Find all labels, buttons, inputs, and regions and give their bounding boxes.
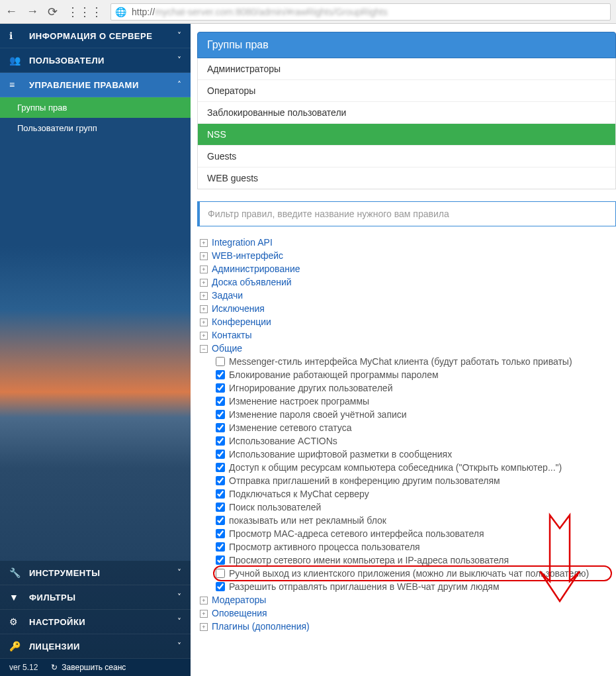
forward-icon[interactable]: →: [26, 5, 38, 19]
logout-icon: ↻: [51, 663, 58, 672]
sidebar-sub-item[interactable]: Группы прав: [0, 97, 191, 118]
tree-label[interactable]: Доска объявлений: [212, 277, 292, 287]
expand-icon[interactable]: +: [200, 292, 208, 300]
tree-label[interactable]: Плагины (дополнения): [212, 621, 310, 632]
rule-checkbox[interactable]: [216, 463, 225, 472]
expand-icon[interactable]: +: [200, 597, 208, 604]
tree-label[interactable]: Задачи: [212, 290, 243, 301]
nav-icon: 👥: [9, 55, 22, 66]
rule-label: Использование ACTIONs: [229, 436, 337, 446]
back-icon[interactable]: ←: [5, 5, 17, 19]
rule-checkbox[interactable]: [216, 516, 225, 525]
rule-row: Использование шрифтовой разметки в сообщ…: [216, 448, 609, 461]
group-item[interactable]: WEB guests: [198, 168, 615, 189]
url-text: mychat-server.com:8080/admin/#rawRights/…: [155, 7, 388, 17]
sidebar-sub-item[interactable]: Пользователи групп: [0, 118, 191, 138]
expand-icon[interactable]: +: [200, 610, 208, 618]
rule-row: Игнорирование других пользователей: [216, 381, 609, 395]
expand-icon[interactable]: +: [200, 239, 208, 247]
group-item[interactable]: NSS: [198, 124, 615, 146]
tree-label[interactable]: Контакты: [212, 330, 251, 340]
sidebar-item[interactable]: 🔑 ЛИЦЕНЗИИ ˅: [0, 634, 191, 659]
rule-checkbox[interactable]: [216, 397, 225, 406]
sidebar-item[interactable]: ≡ УПРАВЛЕНИЕ ПРАВАМИ ˄: [0, 73, 191, 97]
tree-label[interactable]: WEB-интерфейс: [212, 250, 283, 261]
group-item[interactable]: Администраторы: [198, 58, 615, 80]
rule-checkbox[interactable]: [216, 357, 225, 366]
apps-icon[interactable]: ⋮⋮⋮: [67, 5, 103, 19]
sidebar-item[interactable]: 🔧 ИНСТРУМЕНТЫ ˅: [0, 561, 191, 585]
nav-icon: 🔑: [9, 641, 22, 652]
group-item[interactable]: Операторы: [198, 80, 615, 102]
group-item[interactable]: Guests: [198, 146, 615, 168]
rule-row: Разрешить отправлять приглашения в WEB-ч…: [216, 580, 609, 593]
tree-label[interactable]: Integration API: [212, 237, 273, 248]
rule-label: Разрешить отправлять приглашения в WEB-ч…: [229, 581, 500, 592]
group-list: АдминистраторыОператорыЗаблокированные п…: [197, 58, 616, 189]
expand-icon[interactable]: +: [200, 305, 208, 313]
tree-label[interactable]: Конференции: [212, 316, 271, 327]
rules-tree: +Integration API+WEB-интерфейс+Администр…: [197, 236, 616, 633]
expand-icon[interactable]: +: [200, 318, 208, 326]
logout-link[interactable]: ↻ Завершить сеанс: [51, 663, 126, 672]
reload-icon[interactable]: ⟳: [48, 5, 58, 19]
rule-checkbox[interactable]: [216, 370, 225, 379]
sidebar-item[interactable]: ℹ ИНФОРМАЦИЯ О СЕРВЕРЕ ˅: [0, 24, 191, 48]
nav-label: ПОЛЬЗОВАТЕЛИ: [29, 56, 177, 66]
url-bar[interactable]: 🌐 http:// mychat-server.com:8080/admin/#…: [110, 3, 611, 21]
rule-row: Ручной выход из клиентского приложения (…: [216, 567, 609, 580]
tree-label[interactable]: Модераторы: [212, 595, 266, 605]
group-item[interactable]: Заблокированные пользователи: [198, 102, 615, 124]
sidebar-item[interactable]: ⚙ НАСТРОЙКИ ˅: [0, 610, 191, 634]
nav-label: НАСТРОЙКИ: [29, 617, 177, 627]
rule-label: Просмотр активного процесса пользователя: [229, 542, 420, 552]
chevron-icon: ˅: [177, 56, 181, 65]
footer: ver 5.12 ↻ Завершить сеанс: [0, 659, 191, 676]
tree-label[interactable]: Общие: [212, 343, 242, 354]
filter-box: [197, 201, 616, 226]
rule-checkbox[interactable]: [216, 529, 225, 538]
nav-label: ИНСТРУМЕНТЫ: [29, 568, 177, 578]
rule-checkbox[interactable]: [216, 542, 225, 552]
nav-label: ИНФОРМАЦИЯ О СЕРВЕРЕ: [29, 31, 177, 41]
rule-checkbox[interactable]: [216, 503, 225, 512]
expand-icon[interactable]: +: [200, 252, 208, 260]
sidebar-item[interactable]: 👥 ПОЛЬЗОВАТЕЛИ ˅: [0, 48, 191, 73]
rule-checkbox[interactable]: [216, 582, 225, 591]
rule-row: Изменение пароля своей учётной записи: [216, 408, 609, 421]
browser-toolbar: ← → ⟳ ⋮⋮⋮ 🌐 http:// mychat-server.com:80…: [0, 0, 616, 24]
rule-checkbox[interactable]: [216, 569, 225, 578]
rule-row: Просмотр активного процесса пользователя: [216, 540, 609, 554]
sidebar-item[interactable]: ▼ ФИЛЬТРЫ ˅: [0, 585, 191, 610]
rule-checkbox[interactable]: [216, 410, 225, 419]
rule-row: показывать или нет рекламный блок: [216, 514, 609, 527]
main-content: Группы прав АдминистраторыОператорыЗабло…: [191, 24, 616, 659]
rule-row: Просмотр сетевого имени компьютера и IP-…: [216, 554, 609, 567]
nav-label: ЛИЦЕНЗИИ: [29, 642, 177, 652]
rule-label: Просмотр сетевого имени компьютера и IP-…: [229, 555, 509, 565]
expand-icon[interactable]: +: [200, 266, 208, 273]
sidebar: ℹ ИНФОРМАЦИЯ О СЕРВЕРЕ ˅👥 ПОЛЬЗОВАТЕЛИ ˅…: [0, 24, 191, 659]
expand-icon[interactable]: +: [200, 279, 208, 287]
globe-icon: 🌐: [115, 7, 126, 17]
version-label: ver 5.12: [9, 663, 38, 672]
rule-label: Изменение пароля своей учётной записи: [229, 409, 407, 420]
rule-label: Игнорирование других пользователей: [229, 383, 392, 393]
filter-input[interactable]: [200, 202, 615, 226]
tree-label[interactable]: Исключения: [212, 303, 265, 314]
rule-checkbox[interactable]: [216, 436, 225, 446]
expand-icon[interactable]: +: [200, 332, 208, 340]
rule-checkbox[interactable]: [216, 450, 225, 459]
expand-icon[interactable]: +: [200, 623, 208, 631]
rule-label: показывать или нет рекламный блок: [229, 515, 386, 526]
chevron-icon: ˅: [177, 31, 181, 40]
rule-checkbox[interactable]: [216, 555, 225, 565]
rule-checkbox[interactable]: [216, 383, 225, 393]
tree-label[interactable]: Администрирование: [212, 264, 300, 274]
rule-label: Отправка приглашений в конференцию други…: [229, 475, 500, 486]
rule-checkbox[interactable]: [216, 489, 225, 499]
tree-label[interactable]: Оповещения: [212, 608, 267, 618]
rule-checkbox[interactable]: [216, 476, 225, 485]
collapse-icon[interactable]: −: [200, 345, 208, 353]
rule-checkbox[interactable]: [216, 423, 225, 432]
